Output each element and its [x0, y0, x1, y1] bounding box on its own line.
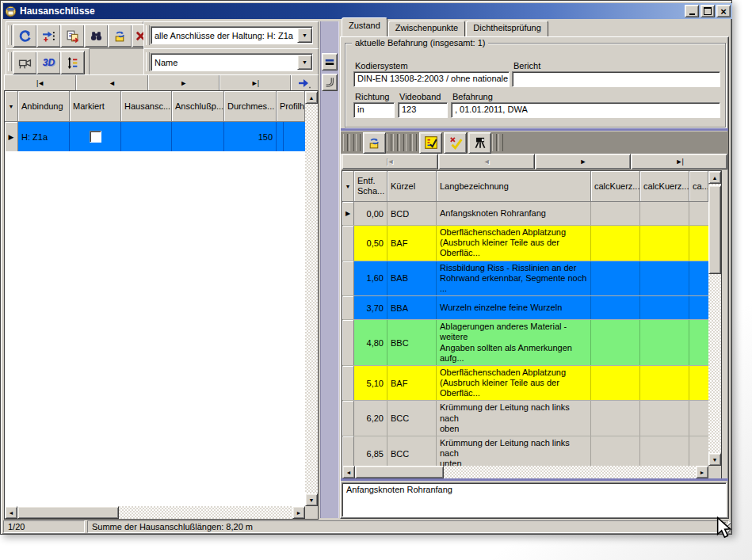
column-header-calckuerzel-1[interactable]: calcKuerz... [591, 171, 640, 202]
video-button[interactable] [13, 51, 37, 74]
column-header-langbezeichnung[interactable]: Langbezeichnung [437, 171, 591, 202]
close-button[interactable]: × [716, 5, 731, 17]
scroll-down-icon[interactable]: ▼ [708, 453, 721, 466]
scrollbar-thumb[interactable] [708, 185, 721, 274]
condition-grid-hscrollbar[interactable]: ◄ ► [342, 466, 708, 478]
richtung-field[interactable]: in [353, 102, 395, 118]
table-row[interactable]: 3,70BBAWurzeln einzelne feine Wurzeln [342, 296, 708, 320]
grid-filter-button[interactable]: ▼ [342, 171, 354, 202]
tab-zustand[interactable]: Zustand [342, 17, 387, 36]
minimize-button[interactable] [685, 5, 699, 17]
toolbar-grip[interactable] [498, 134, 503, 151]
maximize-button[interactable] [700, 5, 715, 17]
condition-grid-vscrollbar[interactable]: ▲ ▼ [708, 171, 721, 466]
cell-entfernung: 1,60 [354, 261, 387, 296]
toolbar-grip[interactable] [356, 134, 361, 151]
videoband-field[interactable]: 123 [398, 102, 448, 118]
toolbar-grip[interactable] [399, 134, 404, 151]
column-header-kuerzel[interactable]: Kürzel [387, 171, 437, 202]
table-row[interactable]: ▶ H: Z1a 150 [5, 122, 305, 151]
column-header-entfernung[interactable]: Entf. Scha... [354, 171, 387, 202]
scroll-right-icon[interactable]: ► [292, 506, 305, 519]
nav-next-button[interactable]: ► [535, 154, 632, 170]
kodiersystem-field[interactable]: DIN-EN 13508-2:2003 / ohne nationale [353, 71, 510, 87]
toolbar-grip[interactable] [146, 25, 150, 45]
scroll-left-icon[interactable]: ◄ [5, 506, 17, 519]
sort-field-combobox[interactable]: Name ▼ [151, 53, 313, 71]
checklist-button[interactable] [419, 132, 442, 154]
left-grid-vscrollbar[interactable]: ▲ ▼ [305, 91, 318, 506]
scroll-down-icon[interactable]: ▼ [305, 493, 318, 506]
toolbar-grip[interactable] [393, 134, 398, 151]
table-row[interactable]: 5,10BAFOberflächenschaden Abplatzung (Au… [342, 366, 708, 402]
table-row[interactable]: ▶0,00BCDAnfangsknoten Rohranfang [342, 202, 708, 226]
table-row[interactable]: 4,80BBCAblagerungen anderes Material - w… [342, 320, 708, 366]
nav-last-button[interactable]: ►| [631, 154, 727, 170]
toolbar-grip[interactable] [349, 134, 354, 151]
nav-first-button[interactable]: |◄ [342, 154, 438, 170]
toolbar-grip[interactable] [406, 134, 410, 151]
titlebar[interactable]: Hausanschlüsse × [3, 3, 732, 19]
update-button[interactable] [108, 24, 132, 48]
nav-prev-button[interactable]: ◄ [76, 75, 147, 90]
column-header-profilhoehe[interactable]: Profilhöh [277, 91, 305, 122]
left-grid-hscrollbar[interactable]: ◄ ► [5, 506, 305, 519]
split-horizontal-button[interactable] [322, 53, 338, 70]
nav-prev-button[interactable]: ◄ [438, 154, 535, 170]
table-row[interactable]: 1,60BABRissbildung Riss - Risslinien an … [342, 261, 708, 297]
table-row[interactable]: 6,85BCCKrümmung der Leitung nach links n… [342, 436, 708, 466]
scroll-up-icon[interactable]: ▲ [708, 171, 721, 184]
3d-view-button[interactable]: 3D [36, 51, 61, 74]
scrollbar-track[interactable] [305, 104, 318, 493]
column-header-anbindung[interactable]: Anbindung [18, 91, 70, 122]
refresh-button[interactable] [13, 24, 37, 48]
sort-distance-button[interactable] [60, 51, 85, 74]
column-header-markiert[interactable]: Markiert [70, 91, 121, 122]
validate-button[interactable] [444, 132, 467, 154]
insert-record-button[interactable] [36, 24, 61, 48]
cell-kuerzel: BCC [387, 436, 437, 466]
tab-zwischenpunkte[interactable]: Zwischenpunkte [388, 21, 466, 36]
scrollbar-track[interactable] [444, 466, 696, 478]
toolbar-grip[interactable] [412, 134, 417, 151]
nav-first-button[interactable]: |◄ [5, 75, 76, 90]
chevron-down-icon[interactable]: ▼ [297, 28, 312, 43]
chevron-down-icon[interactable]: ▼ [297, 55, 312, 70]
scrollbar-thumb[interactable] [17, 506, 119, 519]
toolbar-grip[interactable] [8, 25, 12, 45]
scroll-left-icon[interactable]: ◄ [342, 466, 355, 478]
grid-filter-button[interactable]: ▼ [5, 91, 18, 122]
column-header-calckuerzel-3[interactable]: ca... [689, 171, 708, 202]
table-row[interactable]: 0,50BAFOberflächenschaden Abplatzung (Au… [342, 226, 708, 261]
toolbar-grip[interactable] [146, 52, 150, 71]
description-memo[interactable]: Anfangsknoten Rohranfang [342, 482, 727, 517]
flip-pane-button[interactable] [322, 74, 338, 91]
toolbar-grip[interactable] [8, 52, 12, 71]
connection-filter-combobox[interactable]: alle Anschlüsse der Haltung: H: Z1a ▼ [151, 26, 313, 44]
toolbar-grip[interactable] [492, 134, 497, 151]
nav-next-button[interactable]: ► [148, 75, 219, 90]
search-button[interactable] [84, 24, 109, 48]
scrollbar-thumb[interactable] [355, 466, 444, 478]
column-header-durchmesser[interactable]: Durchmes... [224, 91, 277, 122]
table-row[interactable]: 6,20BCCKrümmung der Leitung nach links n… [342, 401, 708, 436]
column-header-calckuerzel-2[interactable]: calcKuerz... [640, 171, 689, 202]
befahrung-field[interactable]: , 01.01.2011, DWA [451, 102, 720, 118]
scroll-right-icon[interactable]: ► [696, 466, 708, 478]
scrollbar-track[interactable] [119, 506, 292, 519]
column-header-anschlusspunkt[interactable]: Anschlußp... [172, 91, 224, 122]
pane-splitter[interactable] [320, 21, 339, 518]
scroll-up-icon[interactable]: ▲ [305, 91, 318, 104]
toolbar-grip[interactable] [387, 134, 391, 151]
report-copy-button[interactable] [60, 24, 85, 48]
toolbar-grip[interactable] [343, 134, 348, 151]
tab-dichtheitspruefung[interactable]: Dichtheitsprüfung [466, 21, 548, 36]
column-header-hausanschluss[interactable]: Hausansc... [121, 91, 172, 122]
nav-last-button[interactable]: ►| [219, 75, 291, 90]
markiert-checkbox[interactable] [90, 131, 101, 143]
update-codes-button[interactable] [363, 132, 386, 154]
bericht-field[interactable] [512, 71, 720, 87]
cell-calckuerzel-3 [689, 261, 708, 296]
post-edit-button[interactable] [291, 75, 318, 90]
inspection-video-button[interactable] [468, 132, 491, 154]
